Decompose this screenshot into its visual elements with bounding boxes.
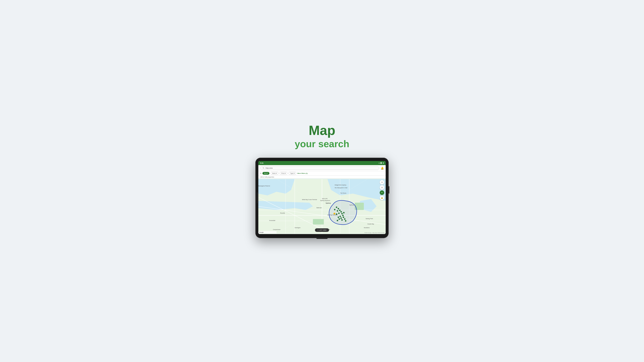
copyright: ©2020 Google · Map data ©2020 Google [364,232,384,233]
list-view-label: LIST VIEW [319,229,326,231]
lock-button[interactable]: 🔒 [380,196,384,200]
svg-text:Rozelle: Rozelle [280,212,285,214]
svg-text:Barangaroo Reserve: Barangaroo Reserve [258,185,270,187]
svg-text:Balmain: Balmain [317,207,322,209]
svg-text:BridgeClimb Sydney: BridgeClimb Sydney [335,184,346,186]
hero-title: Map [295,123,350,138]
type-filter[interactable]: Type ▾ [288,172,296,175]
svg-text:Double Bay: Double Bay [368,223,374,225]
status-icons: ▲ ▌▌ ▮ [378,162,384,164]
draw-button[interactable]: ✏ [380,190,384,195]
status-time: 9:41 [260,162,264,164]
buy-filter[interactable]: Buy ▾ [262,172,270,175]
battery-icon: ▮ [383,162,384,164]
more-filters-button[interactable]: More filters (1) [298,172,308,174]
svg-line-1 [264,168,264,169]
svg-text:The Rocks: The Rocks [340,192,346,194]
map-svg: Rozelle Annandale Balmain Sydney Haymark… [258,179,386,234]
menu-icon[interactable]: ≡ [260,172,261,174]
svg-text:Darling Point: Darling Point [366,218,373,219]
search-bar-area: Map area 🔔 [258,165,386,171]
hero-section: Map your search [295,123,350,150]
svg-text:Woollahra: Woollahra [364,227,370,228]
search-text: Map area [266,167,272,169]
layers-button[interactable]: ⊙ [380,180,384,185]
svg-text:Sydney: Sydney [326,202,331,204]
wifi-icon: ▲ [378,162,380,164]
filter-bar: ≡ Buy ▾ Beds ▾ Price ▾ Type ▾ More filte… [258,171,386,176]
list-icon: ≡ [318,229,318,231]
svg-text:White Bay Cruise Terminal: White Bay Cruise Terminal [302,199,317,200]
search-input-box[interactable]: Map area [260,166,379,170]
svg-text:Mrs Macquarie's Chair: Mrs Macquarie's Chair [335,187,348,189]
svg-text:Darlington: Darlington [295,227,301,229]
price-filter[interactable]: Price ▾ [280,172,288,175]
signal-icon: ▌▌ [380,162,382,164]
svg-text:SEA LIFE: SEA LIFE [322,198,328,199]
hero-subtitle: your search [295,138,350,150]
svg-text:Camperdown: Camperdown [273,229,280,230]
tablet-frame: 9:41 ▲ ▌▌ ▮ Map area 🔔 [256,158,388,238]
status-bar: 9:41 ▲ ▌▌ ▮ [258,161,386,165]
svg-text:Google: Google [259,232,264,233]
tablet-wrapper: 9:41 ▲ ▌▌ ▮ Map area 🔔 [256,158,388,239]
list-view-button[interactable]: ≡ LIST VIEW [315,228,329,232]
svg-text:Annandale: Annandale [269,220,275,221]
map-controls: ⊙ ◎ ✏ 🔒 [380,180,384,200]
map-style-button[interactable]: ◎ [380,185,384,190]
beds-filter[interactable]: Beds ▾ [270,172,278,175]
search-icon [262,167,264,169]
property-count: 168 of 168 properties [258,176,386,179]
bell-icon[interactable]: 🔔 [381,167,384,170]
svg-rect-16 [313,219,324,224]
tablet-screen: 9:41 ▲ ▌▌ ▮ Map area 🔔 [258,161,386,234]
svg-text:Sydney Aquarium: Sydney Aquarium [320,200,330,201]
map-area[interactable]: Rozelle Annandale Balmain Sydney Haymark… [258,179,386,234]
